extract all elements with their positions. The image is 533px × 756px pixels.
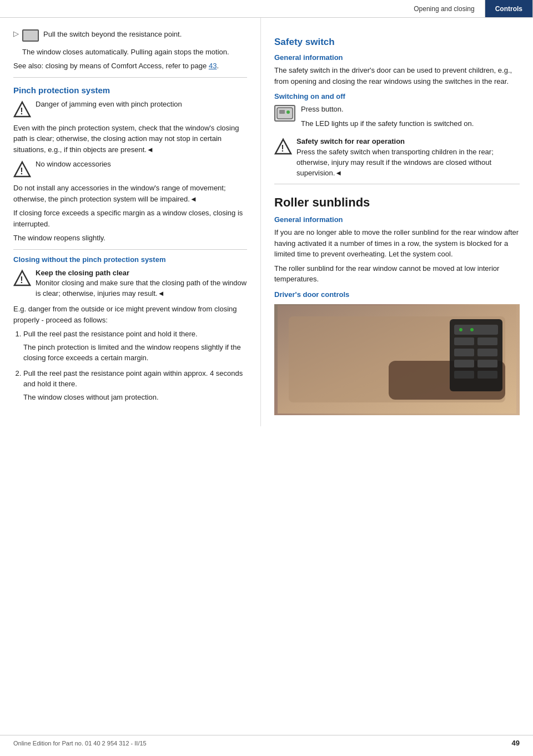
right-column: Safety switch General information The sa… — [261, 18, 533, 426]
pull-arrow-icon: ▷ — [13, 29, 19, 38]
pinch-body-text1: Even with the pinch protection system, c… — [13, 123, 247, 155]
warning-accessories-text: No window accessories — [36, 159, 111, 170]
warning-triangle-icon3: ! — [13, 269, 31, 287]
page-link[interactable]: 43 — [209, 62, 217, 70]
roller-sunblinds-heading: Roller sunblinds — [274, 195, 520, 210]
header-nav-controls: Controls — [485, 0, 533, 17]
svg-text:!: ! — [20, 167, 23, 176]
svg-text:!: ! — [20, 107, 23, 116]
divider2 — [13, 249, 247, 250]
pull-text2: The window closes automatically. Pulling… — [22, 47, 247, 58]
roller-text1: If you are no longer able to move the ro… — [274, 227, 520, 260]
safety-switch-heading: Safety switch — [274, 37, 520, 48]
pinch-body-text3: The window reopens slightly. — [13, 233, 247, 244]
page-number: 49 — [512, 739, 520, 747]
footer-online-text: Online Edition for Part no. 01 40 2 954 … — [13, 740, 147, 747]
see-also-text: See also: closing by means of Comfort Ac… — [13, 61, 247, 72]
pull-text1: Pull the switch beyond the resistance po… — [43, 29, 182, 40]
switch-box-icon — [22, 29, 39, 42]
warning4-text: Press the safety switch when transportin… — [296, 147, 520, 179]
svg-rect-7 — [279, 110, 285, 114]
press-button-text: Press button. — [301, 104, 474, 115]
divider3 — [274, 184, 520, 184]
svg-rect-20 — [477, 349, 497, 356]
steps-list: Pull the reel past the resistance point … — [13, 329, 247, 402]
warning-triangle-icon: ! — [13, 100, 31, 118]
switching-on-off-heading: Switching on and off — [274, 92, 520, 100]
svg-rect-23 — [454, 371, 474, 379]
closing-without-pinch-heading: Closing without the pinch protection sys… — [13, 255, 247, 264]
svg-point-26 — [470, 328, 474, 331]
warning4-title: Safety switch for rear operation — [296, 137, 520, 147]
pinch-protection-heading: Pinch protection system — [13, 85, 247, 95]
general-info-text: The safety switch in the driver's door c… — [274, 65, 520, 87]
svg-text:!: ! — [281, 144, 284, 153]
step1-sub: The pinch protection is limited and the … — [23, 342, 247, 364]
warning3-title: Keep the closing path clear — [36, 268, 247, 279]
svg-text:!: ! — [20, 275, 23, 285]
warning-accessories: ! No window accessories — [13, 159, 247, 178]
roller-text2: The roller sunblind for the rear window … — [274, 263, 520, 285]
svg-point-25 — [459, 328, 462, 331]
general-info-heading: General information — [274, 53, 520, 62]
warning-triangle-icon2: ! — [13, 160, 31, 178]
step2-sub: The window closes without jam protection… — [23, 392, 247, 403]
header-navigation: Opening and closing Controls — [404, 0, 533, 17]
warning-triangle-icon4: ! — [274, 138, 292, 155]
eg-text: E.g. danger from the outside or ice migh… — [13, 304, 247, 325]
door-controls-image — [274, 304, 520, 415]
svg-rect-21 — [454, 360, 474, 367]
roller-general-heading: General information — [274, 215, 520, 224]
warning-jamming-text: Danger of jamming even with pinch protec… — [36, 99, 182, 110]
svg-point-8 — [286, 110, 290, 114]
press-button-icon — [274, 105, 295, 122]
header-nav-opening: Opening and closing — [404, 0, 485, 17]
svg-rect-18 — [477, 337, 497, 345]
page-header: Opening and closing Controls — [0, 0, 533, 18]
warning-closing-path: ! Keep the closing path clear Monitor cl… — [13, 268, 247, 300]
svg-rect-24 — [477, 371, 497, 379]
press-button-row: Press button. The LED lights up if the s… — [274, 104, 520, 132]
step2: Pull the reel past the resistance point … — [23, 368, 247, 403]
warning2-body: Do not install any accessories in the wi… — [13, 183, 247, 204]
warning-jamming: ! Danger of jamming even with pinch prot… — [13, 99, 247, 118]
main-content: ▷ Pull the switch beyond the resistance … — [0, 18, 533, 426]
door-image-bg — [274, 304, 520, 415]
pinch-body-text2: If closing force exceeds a specific marg… — [13, 208, 247, 229]
left-column: ▷ Pull the switch beyond the resistance … — [0, 18, 261, 426]
led-text: The LED lights up if the safety function… — [301, 118, 474, 129]
svg-rect-19 — [454, 349, 474, 356]
divider1 — [13, 77, 247, 78]
warning3-text: Monitor closing and make sure that the c… — [36, 278, 247, 299]
svg-rect-17 — [454, 337, 474, 345]
svg-rect-22 — [477, 360, 497, 367]
page-footer: Online Edition for Part no. 01 40 2 954 … — [0, 735, 533, 747]
step1: Pull the reel past the resistance point … — [23, 329, 247, 364]
warning-safety-switch: ! Safety switch for rear operation Press… — [274, 137, 520, 178]
pull-switch-row: ▷ Pull the switch beyond the resistance … — [13, 29, 247, 43]
drivers-door-heading: Driver's door controls — [274, 290, 520, 299]
